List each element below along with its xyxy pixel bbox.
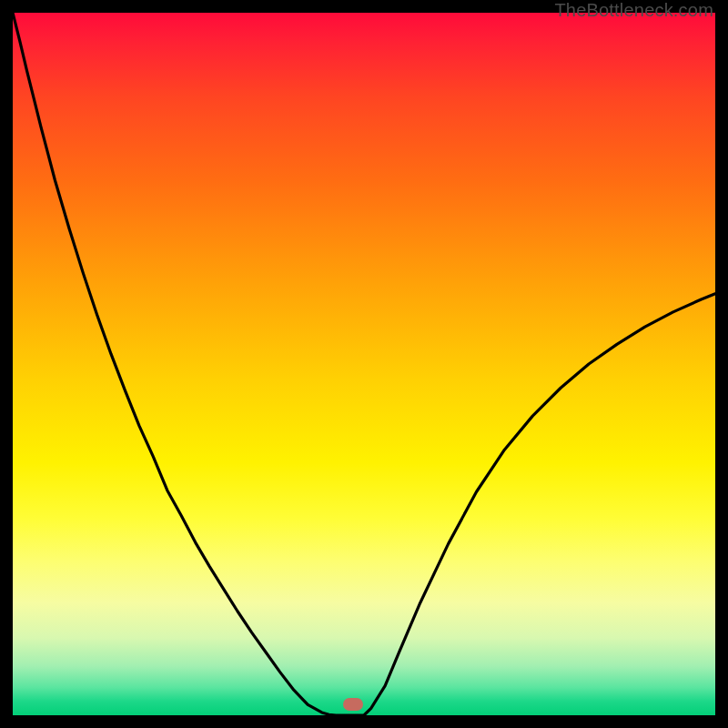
chart-frame: TheBottleneck.com xyxy=(0,0,728,728)
plot-area xyxy=(13,13,715,715)
watermark-text: TheBottleneck.com xyxy=(554,0,713,21)
curve-layer xyxy=(13,13,715,715)
bottleneck-curve xyxy=(13,13,715,715)
minimum-marker xyxy=(343,698,363,711)
